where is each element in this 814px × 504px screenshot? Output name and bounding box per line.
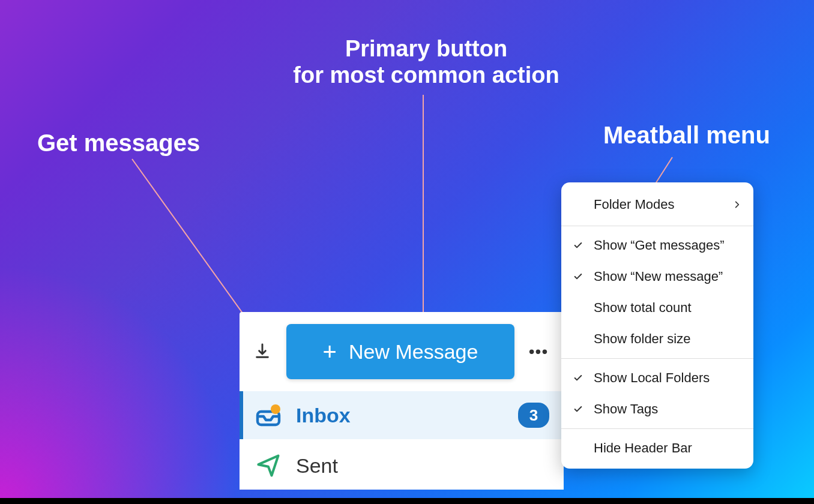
new-message-button[interactable]: + New Message xyxy=(286,324,514,379)
menu-item-show-get-messages[interactable]: Show “Get messages” xyxy=(561,230,753,261)
menu-item-show-get-label: Show “Get messages” xyxy=(594,238,725,253)
download-icon xyxy=(253,342,272,361)
menu-item-show-size-label: Show folder size xyxy=(594,331,690,347)
check-icon xyxy=(573,373,594,383)
menu-item-folder-modes[interactable]: Folder Modes xyxy=(561,187,753,222)
menu-item-show-local-folders[interactable]: Show Local Folders xyxy=(561,362,753,394)
svg-point-7 xyxy=(271,404,280,414)
menu-separator xyxy=(561,428,753,429)
menu-item-show-total-label: Show total count xyxy=(594,300,692,316)
menu-item-show-tags[interactable]: Show Tags xyxy=(561,394,753,425)
plus-icon: + xyxy=(323,340,337,364)
folder-inbox-label: Inbox xyxy=(296,404,351,427)
check-icon xyxy=(573,404,594,414)
sent-icon xyxy=(254,451,283,480)
meatball-context-menu: Folder Modes Show “Get messages” Show “N… xyxy=(561,182,753,469)
check-icon xyxy=(573,241,594,250)
folder-sent[interactable]: Sent xyxy=(240,439,564,490)
chevron-right-icon xyxy=(733,198,741,212)
new-message-label: New Message xyxy=(349,340,478,364)
menu-separator xyxy=(561,358,753,359)
inbox-unread-badge: 3 xyxy=(518,403,549,428)
meatball-menu-button[interactable]: ••• xyxy=(526,340,550,364)
menu-item-show-new-message[interactable]: Show “New message” xyxy=(561,261,753,292)
folder-sent-label: Sent xyxy=(296,454,338,478)
folder-toolbar: + New Message ••• xyxy=(240,312,564,391)
menu-separator xyxy=(561,226,753,226)
get-messages-button[interactable] xyxy=(250,340,274,364)
check-icon xyxy=(573,272,594,281)
menu-item-show-tags-label: Show Tags xyxy=(594,401,658,417)
annotation-primary-line1: Primary button for most common action xyxy=(293,36,559,88)
menu-item-show-folder-size[interactable]: Show folder size xyxy=(561,323,753,355)
email-folder-panel: + New Message ••• Inbox 3 Sent xyxy=(240,312,564,490)
menu-item-show-local-label: Show Local Folders xyxy=(594,370,710,386)
annotation-meatball-menu: Meatball menu xyxy=(603,121,770,149)
menu-item-hide-header-label: Hide Header Bar xyxy=(594,440,692,456)
folder-inbox[interactable]: Inbox 3 xyxy=(240,391,564,439)
menu-item-folder-modes-label: Folder Modes xyxy=(594,197,675,212)
menu-item-show-total-count[interactable]: Show total count xyxy=(561,292,753,323)
inbox-icon xyxy=(254,401,283,430)
menu-item-hide-header-bar[interactable]: Hide Header Bar xyxy=(561,433,753,464)
annotation-get-messages: Get messages xyxy=(37,129,200,157)
menu-item-show-new-label: Show “New message” xyxy=(594,269,723,284)
more-icon: ••• xyxy=(529,342,548,361)
annotation-primary-button: Primary button for most common action xyxy=(285,36,567,88)
